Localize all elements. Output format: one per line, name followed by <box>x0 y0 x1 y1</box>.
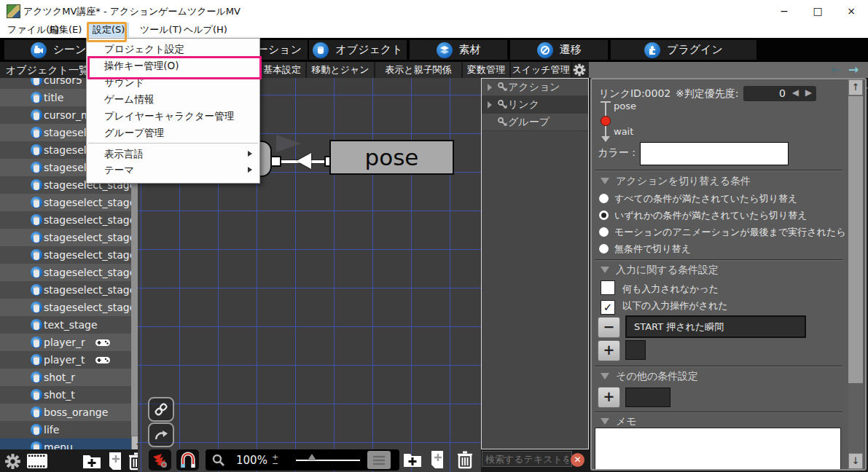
tree-item-actions[interactable]: アクション <box>482 79 588 96</box>
spinner-left-icon[interactable]: ◀ <box>792 87 799 98</box>
expand-caret-icon[interactable] <box>488 84 492 91</box>
section-input-condition[interactable]: 入力に関する条件設定 <box>601 264 719 277</box>
list-item[interactable]: text_stage <box>0 316 131 334</box>
list-item[interactable]: player_r <box>0 334 131 351</box>
link-diagram-node-dot <box>601 116 611 126</box>
scroll-down-button[interactable]: ↓ <box>848 453 863 469</box>
radio-option[interactable]: すべての条件が満たされていたら切り替え <box>599 192 797 205</box>
section-memo[interactable]: メモ <box>601 415 637 428</box>
nav-forward-icon[interactable]: → <box>848 62 859 76</box>
menu-item-theme[interactable]: テーマ <box>87 162 259 177</box>
radio-selected-icon[interactable] <box>599 211 609 220</box>
tree-item-groups[interactable]: グループ <box>482 114 588 131</box>
menu-help[interactable]: ヘルプ(H) <box>179 23 232 37</box>
object-settings-gear-icon[interactable] <box>4 452 22 471</box>
scroll-up-button[interactable]: ↑ <box>848 79 863 95</box>
add-folder-icon[interactable] <box>82 452 102 470</box>
list-item[interactable]: boss_orange <box>0 404 131 421</box>
menu-item-game-info[interactable]: ゲーム情報 <box>87 92 259 106</box>
subtab-basic[interactable]: 基本設定 <box>259 62 307 78</box>
add-action-folder-icon[interactable] <box>402 451 423 468</box>
radio-icon[interactable] <box>599 194 609 203</box>
scrollbar-thumb[interactable] <box>848 96 863 383</box>
subtab-variables[interactable]: 変数管理 <box>463 62 511 78</box>
other-condition-empty-slot[interactable] <box>625 388 670 407</box>
section-other-condition[interactable]: その他の条件設定 <box>601 370 698 383</box>
menu-settings[interactable]: 設定(S) <box>88 23 129 37</box>
spinner-right-icon[interactable]: ▶ <box>805 87 812 98</box>
menu-item-project-settings[interactable]: プロジェクト設定 <box>87 42 259 56</box>
tab-plugin[interactable]: プラグイン <box>611 40 756 60</box>
zoom-slider[interactable] <box>296 460 360 461</box>
list-item[interactable]: player_t <box>0 351 131 369</box>
menu-edit[interactable]: 編集(E) <box>45 23 86 37</box>
radio-icon[interactable] <box>599 227 609 237</box>
section-switch-condition[interactable]: アクションを切り替える条件 <box>601 175 751 188</box>
list-item[interactable]: stageselect_stage0 <box>0 246 131 264</box>
menu-item-group-management[interactable]: グループ管理 <box>87 125 259 140</box>
close-button[interactable]: × <box>834 0 868 22</box>
checkbox-checked-icon[interactable]: ✓ <box>601 300 615 315</box>
checkbox-input-done[interactable]: ✓ <box>601 299 622 315</box>
menu-item-sound[interactable]: サウンド <box>87 75 259 90</box>
list-item-selected[interactable]: menu <box>0 438 131 449</box>
subtab-gear-icon[interactable] <box>572 63 587 77</box>
zoom-slider-handle[interactable] <box>308 454 316 460</box>
tab-object[interactable]: オブジェクト <box>309 40 407 60</box>
delete-action-trash-icon[interactable] <box>456 450 474 469</box>
multi-select-tool-button[interactable] <box>149 449 171 471</box>
add-page-icon[interactable] <box>106 452 124 471</box>
expand-caret-icon[interactable] <box>488 101 492 109</box>
remove-input-button[interactable]: − <box>598 317 620 338</box>
list-item[interactable]: stageselect_stage0 <box>0 281 131 299</box>
list-item[interactable]: stageselect_stage0 <box>0 264 131 281</box>
list-item[interactable]: stageselect_stage0 <box>0 299 131 316</box>
link-tool-button[interactable] <box>148 397 174 422</box>
tree-search-input[interactable] <box>482 451 572 467</box>
menu-item-key-config[interactable]: 操作キー管理(O) <box>87 58 259 73</box>
list-item[interactable]: life <box>0 421 131 438</box>
add-action-page-icon[interactable] <box>429 450 446 469</box>
add-other-condition-button[interactable]: + <box>598 387 620 408</box>
list-item[interactable]: stageselect_stage0 <box>0 194 131 211</box>
checkbox-icon[interactable] <box>601 280 615 295</box>
radio-option[interactable]: 無条件で切り替え <box>599 243 691 256</box>
list-item[interactable]: shot_t <box>0 386 131 404</box>
priority-spinner[interactable]: 0 ◀ ▶ <box>743 86 816 101</box>
subtab-movement[interactable]: 移動とジャンプ <box>307 62 375 78</box>
list-item[interactable]: shot_r <box>0 369 131 386</box>
checkbox-no-input[interactable]: 何も入力されなかった <box>601 280 719 296</box>
action-node-pose[interactable]: pose <box>329 140 454 175</box>
minimize-button[interactable]: − <box>767 0 801 22</box>
radio-option-selected[interactable]: いずれかの条件が満たされていたら切り替え <box>599 209 808 222</box>
color-swatch[interactable] <box>640 142 789 165</box>
menu-item-display-language[interactable]: 表示言語 <box>87 146 259 161</box>
add-input-button[interactable]: + <box>598 340 620 361</box>
input-condition-entry[interactable]: START 押された瞬間 <box>625 315 806 338</box>
menu-item-player-characters[interactable]: プレイヤーキャラクター管理 <box>87 109 259 123</box>
subtab-display[interactable]: 表示と親子関係 <box>375 62 463 78</box>
maximize-button[interactable]: □ <box>801 0 834 22</box>
curve-link-tool-button[interactable] <box>148 422 174 447</box>
inspector-scrollbar[interactable]: ↑ ↓ <box>848 79 863 469</box>
zoom-stepper[interactable]: +− <box>272 454 278 467</box>
radio-option[interactable]: モーションのアニメーションが最後まで実行されたら <box>599 226 845 239</box>
snap-magnet-button[interactable] <box>176 449 199 471</box>
list-item[interactable]: stageselect_stage0 <box>0 211 131 229</box>
memo-textarea[interactable] <box>595 428 841 470</box>
tab-transition[interactable]: 遷移 <box>510 40 608 60</box>
animation-film-icon[interactable] <box>26 452 48 470</box>
title-bar: アクツクMV講座* - アクションゲームツクールMV − □ × <box>0 0 868 22</box>
clear-search-icon[interactable]: ✕ <box>571 453 584 467</box>
layer-list-button[interactable] <box>367 451 391 469</box>
input-condition-empty-slot[interactable] <box>625 340 646 360</box>
tree-item-links[interactable]: リンク <box>482 96 588 114</box>
link-handle[interactable] <box>270 156 281 167</box>
object-icon <box>31 127 42 138</box>
radio-icon[interactable] <box>599 244 609 253</box>
list-item[interactable]: stageselect_stage0 <box>0 229 131 246</box>
priority-label: ※判定優先度: <box>676 87 738 101</box>
subtab-switches[interactable]: スイッチ管理 <box>511 62 572 78</box>
nav-back-icon[interactable]: ← <box>831 62 841 76</box>
tab-material[interactable]: 素材 <box>410 40 507 60</box>
